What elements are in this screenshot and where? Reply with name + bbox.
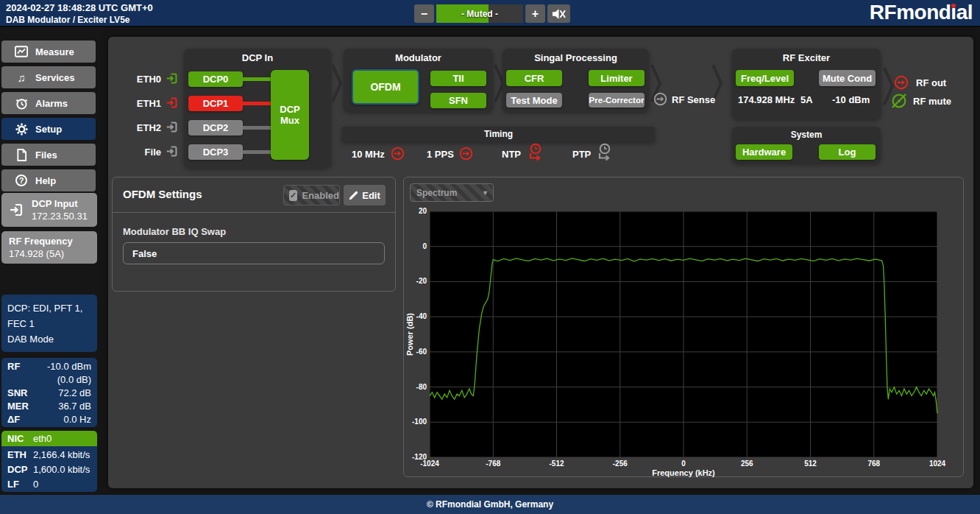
signal-processing-title: Singal Processing	[503, 49, 649, 63]
nic-value: eth0	[33, 431, 52, 446]
edit-button[interactable]: Edit	[344, 185, 386, 205]
svg-text:0: 0	[422, 242, 427, 250]
rf-frequency-value: 174.928 (5A)	[9, 247, 73, 260]
bb-iq-swap-label: Modulator BB IQ Swap	[123, 226, 226, 237]
clock-source-1pps-icon	[459, 147, 473, 161]
music-note-icon: ♫	[14, 71, 29, 84]
svg-text:0: 0	[681, 460, 686, 468]
volume-bar[interactable]: - Muted -	[436, 4, 523, 23]
document-icon	[14, 149, 29, 161]
measurement-row: RF-10.0 dBm	[1, 360, 97, 373]
mute-toggle-button[interactable]	[547, 4, 570, 23]
tii-button[interactable]: TII	[430, 71, 486, 86]
dcp-input-address: 172.23.50.31	[32, 210, 88, 222]
sign-in-icon	[166, 96, 178, 109]
alarm-clock-icon	[14, 97, 29, 110]
chart-icon	[14, 46, 29, 57]
dcp-mux-button[interactable]: DCP Mux	[271, 70, 309, 160]
timing-block: Timing	[342, 127, 655, 142]
timing-title: Timing	[342, 127, 655, 139]
sidebar-dcp-input-shortcut[interactable]: DCP Input 172.23.50.31	[1, 193, 97, 227]
clock-utc: 2024-02-27 18:48:28 UTC GMT+0	[6, 2, 153, 13]
dcp-mode-line1: DCP: EDI, PFT 1, FEC 1	[7, 300, 91, 331]
dcp1-connector	[243, 102, 271, 105]
sidebar-item-setup[interactable]: Setup	[1, 118, 96, 140]
dcp0-connector	[243, 77, 271, 81]
volume-control: − - Muted - +	[414, 4, 570, 23]
device-title: DAB Modulator / Exciter LV5e	[6, 15, 129, 25]
logo-tail: al	[956, 1, 973, 24]
timing-ntp-label: NTP	[502, 149, 521, 160]
log-button[interactable]: Log	[819, 144, 876, 160]
question-circle-icon: ?	[14, 175, 29, 186]
copyright-text: © RFmondial GmbH, Germany	[427, 499, 553, 510]
dcp-in-title: DCP In	[184, 49, 331, 63]
dcp1-button[interactable]: DCP1	[188, 96, 243, 111]
timing-ptp-label: PTP	[572, 149, 591, 160]
sfn-button[interactable]: SFN	[430, 93, 486, 108]
net-stats-panel: ETH2,166.4 kbit/s DCP1,600.0 kbit/s LF0	[1, 446, 97, 492]
hardware-button[interactable]: Hardware	[736, 144, 792, 160]
svg-text:768: 768	[867, 460, 880, 468]
logo-red-dot-i: i	[951, 1, 956, 24]
dcp0-button[interactable]: DCP0	[188, 71, 243, 87]
sidebar-item-label: Files	[35, 149, 57, 161]
timing-1pps-label: 1 PPS	[427, 149, 454, 160]
sidebar-item-alarms[interactable]: Alarms	[1, 92, 96, 114]
trace-selector-label: Spectrum	[416, 188, 457, 198]
test-mode-button[interactable]: Test Mode	[506, 93, 562, 108]
sidebar-item-label: Measure	[35, 46, 74, 57]
ofdm-button[interactable]: OFDM	[352, 69, 419, 105]
timing-10mhz-label: 10 MHz	[352, 149, 385, 160]
rf-frequency-readout: 174.928 MHz	[738, 94, 795, 105]
sign-in-icon	[166, 145, 178, 158]
rfmondial-logo: RFmondial	[870, 1, 973, 24]
sidebar-item-help[interactable]: ? Help	[1, 169, 96, 191]
input-label-file: File	[129, 147, 161, 158]
svg-text:-120: -120	[412, 453, 427, 461]
pre-corrector-button[interactable]: Pre-Corrector	[589, 93, 645, 108]
ofdm-settings-title: OFDM Settings	[123, 188, 202, 200]
bb-iq-swap-field[interactable]: False	[123, 242, 385, 264]
svg-text:-512: -512	[549, 460, 564, 468]
measurements-panel: RF-10.0 dBm (0.0 dB) SNR72.2 dB MER36.7 …	[1, 358, 97, 427]
svg-text:-80: -80	[416, 383, 427, 391]
dcp2-connector	[243, 126, 271, 130]
logo-rf: RF	[870, 1, 896, 24]
gear-icon	[14, 123, 29, 135]
volume-decrease-button[interactable]: −	[414, 4, 434, 23]
rf-sense-label: RF Sense	[672, 94, 715, 105]
mute-cond-button[interactable]: Mute Cond	[819, 70, 876, 86]
sidebar-item-files[interactable]: Files	[1, 144, 96, 166]
sidebar-item-services[interactable]: ♫ Services	[1, 66, 96, 88]
volume-increase-button[interactable]: +	[525, 4, 545, 23]
limiter-button[interactable]: Limiter	[589, 70, 645, 86]
svg-text:-768: -768	[486, 460, 500, 468]
chevron-down-icon: ▾	[483, 189, 487, 197]
dcp2-button[interactable]: DCP2	[188, 120, 243, 135]
modulator-title: Modulator	[344, 49, 493, 63]
footer: © RFmondial GmbH, Germany	[0, 495, 980, 514]
sidebar-item-label: Alarms	[35, 98, 68, 109]
dcp3-button[interactable]: DCP3	[188, 144, 243, 160]
input-label-eth0: ETH0	[129, 74, 161, 85]
trace-selector-dropdown[interactable]: Spectrum ▾	[410, 183, 494, 202]
enabled-toggle[interactable]: ✓ Enabled	[283, 185, 340, 205]
sidebar-rf-frequency-shortcut[interactable]: RF Frequency 174.928 (5A)	[1, 231, 97, 264]
svg-text:-60: -60	[416, 348, 427, 356]
freq-level-button[interactable]: Freq/Level	[736, 70, 794, 86]
measurement-row: SNR72.2 dB	[1, 387, 97, 400]
svg-text:20: 20	[419, 207, 427, 215]
sidebar-item-measure[interactable]: Measure	[1, 41, 96, 63]
dcp-mode-panel: DCP: EDI, PFT 1, FEC 1 DAB Mode	[1, 295, 97, 352]
measurement-row: MER36.7 dB	[1, 400, 97, 413]
sidebar-item-label: Services	[35, 72, 75, 83]
svg-text:256: 256	[741, 460, 753, 468]
edit-label: Edit	[362, 190, 380, 201]
svg-text:Power (dB): Power (dB)	[405, 313, 414, 356]
svg-text:-100: -100	[412, 418, 427, 426]
volume-status-label: - Muted -	[436, 4, 523, 23]
measurement-row: (0.0 dB)	[1, 373, 97, 387]
cfr-button[interactable]: CFR	[506, 70, 562, 86]
enabled-label: Enabled	[302, 190, 339, 201]
